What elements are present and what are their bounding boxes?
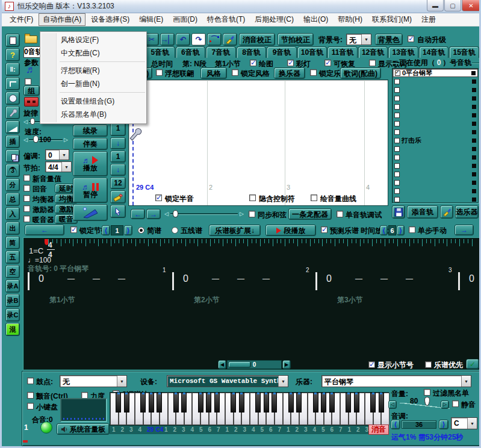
instrument-row-8[interactable]: 打击乐 xyxy=(393,136,478,145)
system-volume-button[interactable]: 系统音量板 xyxy=(57,423,110,435)
instrument-row-3[interactable] xyxy=(393,94,478,102)
piano-roll[interactable]: 29 C4 2 3 4 锁定半音 隐含控制符 绘音量曲线 xyxy=(128,79,388,206)
menu-item-5[interactable]: 画面(D) xyxy=(169,13,202,26)
maximize-button[interactable]: ▢ xyxy=(444,0,461,11)
param-checkbox[interactable] xyxy=(25,78,31,85)
sidebar-item-总[interactable]: 总 xyxy=(5,193,20,206)
sidebar-item-crescendo[interactable] xyxy=(5,120,20,134)
instrument-row-7[interactable] xyxy=(393,128,478,136)
black-key-1[interactable] xyxy=(124,393,129,412)
cursor-tool-button[interactable] xyxy=(110,205,126,218)
staff-radio[interactable] xyxy=(172,227,178,234)
black-key-32[interactable] xyxy=(379,393,384,412)
score-ruler[interactable] xyxy=(48,239,477,247)
lights-checkbox[interactable] xyxy=(287,60,294,66)
roll-slider-knob[interactable] xyxy=(173,210,178,217)
menu-item-10[interactable]: 联系我们(M) xyxy=(368,13,416,26)
device-select[interactable]: Microsoft GS Wavetable Synth▼ xyxy=(167,375,288,387)
spin-bottom-button[interactable]: 12 xyxy=(110,177,126,189)
play-button[interactable]: ♬ 播放 xyxy=(73,151,108,176)
black-key-12[interactable] xyxy=(214,393,220,412)
bg-number-select[interactable]: 无▼ xyxy=(346,34,371,45)
track-tab-8[interactable]: 8音轨 xyxy=(237,46,267,58)
effect-checkbox-2[interactable] xyxy=(23,195,30,202)
track-tab-9[interactable]: 9音轨 xyxy=(267,46,297,58)
black-key-28[interactable] xyxy=(346,393,351,412)
instrument-row-11[interactable] xyxy=(393,161,478,170)
pitch-down-button[interactable]: ⟨ xyxy=(391,420,400,429)
effect-checkbox-4[interactable] xyxy=(23,216,30,222)
instrument-mark-7[interactable] xyxy=(472,130,476,134)
sidebar-item-简[interactable]: 简 xyxy=(5,236,20,249)
instrument-checkbox-9[interactable] xyxy=(394,146,400,152)
instrument-checkbox-1[interactable] xyxy=(394,79,400,84)
menu-popup-item-2[interactable]: 中文配曲(C) xyxy=(40,46,146,60)
mute-button[interactable]: 消音 xyxy=(368,425,389,435)
lock-style-checkbox[interactable] xyxy=(232,69,238,76)
mute-correct-button[interactable]: 消音校正 xyxy=(239,33,275,46)
black-key-15[interactable] xyxy=(239,393,244,412)
track-tab-12[interactable]: 12音轨 xyxy=(358,46,388,58)
change-instrument-button[interactable]: 换乐器 xyxy=(274,67,305,79)
spin-down-arrow-button[interactable]: ↓ xyxy=(110,137,126,149)
instrument-checkbox-14[interactable] xyxy=(394,188,400,194)
instrument-mark-12[interactable] xyxy=(472,172,476,176)
small-keyboard-checkbox[interactable] xyxy=(27,403,34,409)
black-key-4[interactable] xyxy=(149,393,154,412)
instrument-mark-6[interactable] xyxy=(472,122,476,126)
sync-chord-checkbox[interactable] xyxy=(249,211,255,217)
pause-button[interactable]: ♬ 暂停 xyxy=(73,178,108,203)
auto-update-checkbox[interactable] xyxy=(408,36,414,42)
single-step-checkbox[interactable] xyxy=(409,226,415,233)
draw-tool-button[interactable] xyxy=(73,204,108,221)
black-key-0[interactable] xyxy=(116,393,121,412)
black-key-24[interactable] xyxy=(313,393,318,412)
show-lyrics-checkbox[interactable] xyxy=(369,60,376,66)
zoom-right-button[interactable]: ⟩ xyxy=(397,225,405,235)
volume-up-button[interactable]: ▷ xyxy=(441,400,449,409)
lyrics-compose-button[interactable]: 歌词(配曲) xyxy=(340,67,381,79)
pencil-tool-button[interactable] xyxy=(110,190,126,204)
instrument-mark-15[interactable] xyxy=(472,198,476,202)
continue-record-button[interactable]: 续录 xyxy=(73,125,108,137)
instrument-face-icon[interactable] xyxy=(24,97,39,107)
menu-item-7[interactable]: 后期处理(C) xyxy=(250,13,298,26)
volume-down-button[interactable]: ◁ xyxy=(388,400,397,409)
instrument-checkbox-10[interactable] xyxy=(394,155,400,160)
instrument-checkbox-6[interactable] xyxy=(394,121,400,126)
instrument-checkbox-2[interactable] xyxy=(394,87,400,93)
sidebar-item-录A[interactable]: 录A xyxy=(5,279,20,293)
speed-slider[interactable]: ◁ 100 ▷ xyxy=(23,135,68,145)
instrument-checkbox-8[interactable] xyxy=(394,138,400,143)
drum-select[interactable]: 无▼ xyxy=(60,375,127,387)
brush-button[interactable] xyxy=(223,33,237,46)
zoom-left-button[interactable]: ⟨ xyxy=(380,225,388,235)
menu-popup-item-8[interactable]: 乐器黑名单(B) xyxy=(40,108,146,121)
menu-item-9[interactable]: 帮助(H) xyxy=(334,13,367,26)
instrument-mark-2[interactable] xyxy=(472,88,476,92)
instrument-row-13[interactable] xyxy=(393,178,478,187)
menu-item-8[interactable]: 输出(O) xyxy=(299,13,332,26)
instrument-mark-13[interactable] xyxy=(472,181,476,185)
beat-correct-button[interactable]: 节拍校正 xyxy=(278,33,314,46)
draw-checkbox[interactable] xyxy=(250,60,256,66)
instrument-mark-1[interactable] xyxy=(472,79,476,84)
effect-checkbox-0[interactable] xyxy=(23,175,30,181)
menu-popup-item-1[interactable]: 风格设定(F) xyxy=(40,33,146,46)
black-key-31[interactable] xyxy=(370,393,376,412)
hidden-control-checkbox[interactable] xyxy=(249,194,256,201)
score-area[interactable]: 1=C 4 4 ♩=100 音轨号: 0 平台钢琴 0———10———20———… xyxy=(23,238,480,370)
black-key-26[interactable] xyxy=(329,393,335,412)
brush-track-button[interactable] xyxy=(440,205,453,219)
instrument-row-15[interactable] xyxy=(393,195,478,204)
sidebar-item-分[interactable]: 分 xyxy=(5,178,20,191)
roll-scroll-slider[interactable]: ◁ ▷ xyxy=(164,210,244,218)
sidebar-item-3[interactable]: 3 xyxy=(5,164,20,177)
pitch-key-select[interactable]: C▼ xyxy=(451,417,477,429)
sidebar-item-录B[interactable]: 录B xyxy=(5,294,20,307)
predict-score-checkbox[interactable] xyxy=(321,226,327,233)
pick-instrument-button[interactable]: 选乐器 xyxy=(455,205,479,219)
spin-down-arrow2-button[interactable]: ↓ xyxy=(110,164,126,176)
black-key-25[interactable] xyxy=(321,393,326,412)
instrument-row-0[interactable]: 0平台钢琴 xyxy=(393,69,478,77)
